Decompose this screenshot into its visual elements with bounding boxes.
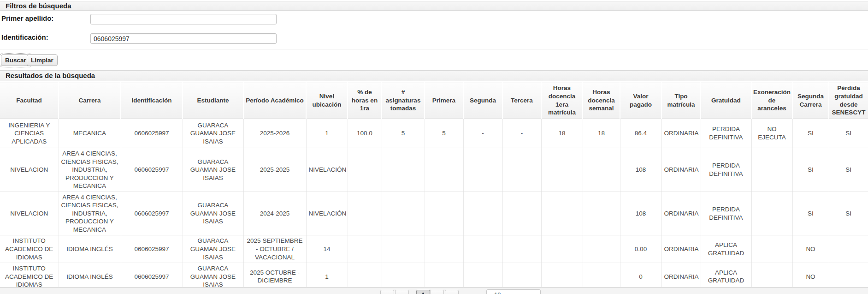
table-row: NIVELACIONAREA 4 CIENCIAS, CIENCIAS FISI…: [0, 148, 868, 192]
table-cell: SI: [792, 119, 829, 148]
identification-input[interactable]: [90, 33, 277, 44]
table-cell: APLICA GRATUIDAD: [701, 263, 751, 291]
table-cell: IDIOMA INGLÉS: [59, 263, 121, 291]
table-cell: INSTITUTO ACADEMICO DE IDIOMAS: [0, 263, 59, 291]
table-cell: ORDINARIA: [661, 235, 701, 263]
table-cell: [382, 192, 425, 235]
results-panel-title: Resultados de la búsqueda: [6, 72, 95, 79]
table-cell: SI: [792, 148, 829, 192]
table-cell: [348, 263, 382, 291]
table-cell: [463, 192, 502, 235]
table-cell: 0606025997: [121, 192, 183, 235]
table-cell: 0606025997: [121, 235, 183, 263]
table-cell: [425, 235, 463, 263]
table-cell: ORDINARIA: [661, 119, 701, 148]
paginator-page-button[interactable]: 1: [416, 290, 430, 294]
table-cell: 0606025997: [121, 119, 183, 148]
table-cell: 14: [306, 235, 348, 263]
table-cell: ORDINARIA: [661, 148, 701, 192]
table-cell: 2025-2025: [243, 148, 306, 192]
table-cell: [382, 235, 425, 263]
table-cell: [425, 192, 463, 235]
table-cell: 1: [306, 263, 348, 291]
table-cell: [541, 235, 583, 263]
table-cell: GUARACA GUAMAN JOSE ISAIAS: [183, 235, 243, 263]
paginator-prev-button[interactable]: [395, 290, 409, 294]
table-cell: 108: [620, 192, 661, 235]
column-header: Nivel ubicación: [306, 82, 348, 119]
table-cell: [583, 148, 620, 192]
table-cell: [348, 148, 382, 192]
table-cell: ORDINARIA: [661, 263, 701, 291]
table-cell: [751, 235, 792, 263]
table-cell: [502, 235, 541, 263]
first-surname-label: Primer apellido:: [1, 14, 53, 22]
table-cell: [751, 263, 792, 291]
table-cell: 18: [583, 119, 620, 148]
column-header: Horas docencia 1era matrícula: [541, 82, 583, 119]
table-cell: 0.00: [620, 235, 661, 263]
filters-panel-header: Filtros de búsqueda: [0, 1, 868, 11]
table-cell: PERDIDA DEFINITIVA: [701, 192, 751, 235]
rows-per-page-select[interactable]: 10: [486, 289, 541, 294]
table-cell: 108: [620, 148, 661, 192]
table-cell: [382, 263, 425, 291]
column-header: Facultad: [0, 82, 59, 119]
paginator-last-button[interactable]: [445, 290, 459, 294]
table-cell: [463, 235, 502, 263]
table-cell: [463, 148, 502, 192]
table-cell: [348, 235, 382, 263]
table-cell: INSTITUTO ACADEMICO DE IDIOMAS: [0, 235, 59, 263]
table-cell: 5: [382, 119, 425, 148]
table-cell: 2025 OCTUBRE - DICIEMBRE: [243, 263, 306, 291]
table-cell: SI: [829, 192, 868, 235]
column-header: Valor pagado: [620, 82, 661, 119]
table-cell: GUARACA GUAMAN JOSE ISAIAS: [183, 192, 243, 235]
table-row: NIVELACIONAREA 4 CIENCIAS, CIENCIAS FISI…: [0, 192, 868, 235]
table-cell: MECANICA: [59, 119, 121, 148]
table-cell: NO: [792, 235, 829, 263]
table-cell: AREA 4 CIENCIAS, CIENCIAS FISICAS, INDUS…: [59, 192, 121, 235]
table-cell: 0606025997: [121, 148, 183, 192]
paginator-first-button[interactable]: [380, 290, 394, 294]
table-cell: 100.0: [348, 119, 382, 148]
filters-footer-divider: [0, 49, 868, 49]
table-cell: [541, 148, 583, 192]
table-header-row: FacultadCarreraIdentificaciónEstudianteP…: [0, 82, 868, 119]
table-cell: PERDIDA DEFINITIVA: [701, 119, 751, 148]
column-header: Tipo matrícula: [661, 82, 701, 119]
table-cell: [583, 235, 620, 263]
table-cell: NO EJECUTA: [751, 119, 792, 148]
identification-label: Identificación:: [1, 33, 48, 41]
table-cell: NIVELACIÓN: [306, 148, 348, 192]
table-cell: IDIOMA INGLÉS: [59, 235, 121, 263]
first-surname-input[interactable]: [90, 14, 277, 24]
table-cell: 86.4: [620, 119, 661, 148]
table-cell: [583, 192, 620, 235]
table-cell: NIVELACIÓN: [306, 192, 348, 235]
results-table: FacultadCarreraIdentificaciónEstudianteP…: [0, 82, 868, 291]
table-cell: [425, 148, 463, 192]
results-panel-header: Resultados de la búsqueda: [0, 70, 868, 81]
table-cell: NIVELACION: [0, 148, 59, 192]
table-cell: [541, 263, 583, 291]
table-cell: GUARACA GUAMAN JOSE ISAIAS: [183, 263, 243, 291]
table-row: INGENIERIA Y CIENCIAS APLICADASMECANICA0…: [0, 119, 868, 148]
column-header: Período Académico: [243, 82, 306, 119]
table-cell: INGENIERIA Y CIENCIAS APLICADAS: [0, 119, 59, 148]
table-cell: SI: [829, 148, 868, 192]
buscar-button[interactable]: Buscar: [1, 54, 30, 66]
column-header: Segunda: [463, 82, 502, 119]
table-cell: AREA 4 CIENCIAS, CIENCIAS FISICAS, INDUS…: [59, 148, 121, 192]
table-cell: [502, 263, 541, 291]
column-header: % de horas en 1ra: [348, 82, 382, 119]
column-header: Carrera: [59, 82, 121, 119]
column-header: Segunda Carrera: [792, 82, 829, 119]
table-cell: PERDIDA DEFINITIVA: [701, 148, 751, 192]
table-cell: [541, 192, 583, 235]
limpiar-button[interactable]: Limpiar: [27, 54, 58, 66]
table-cell: [829, 263, 868, 291]
table-cell: -: [502, 119, 541, 148]
paginator-next-button[interactable]: [430, 290, 444, 294]
table-cell: 0: [620, 263, 661, 291]
